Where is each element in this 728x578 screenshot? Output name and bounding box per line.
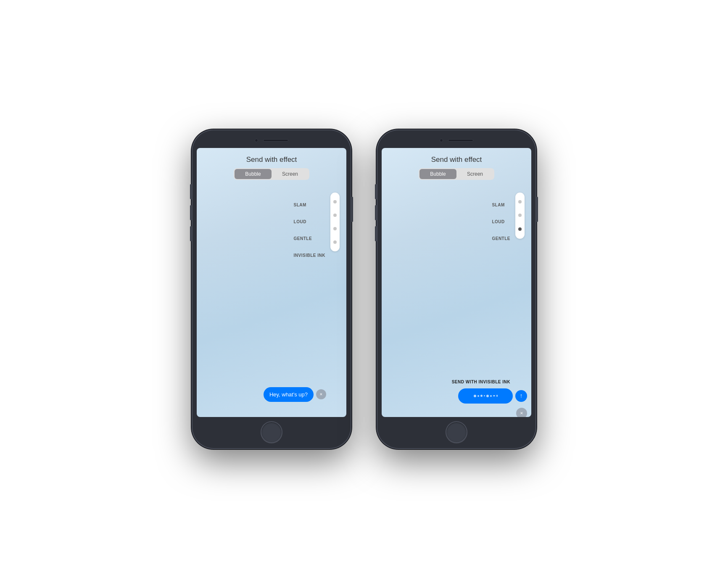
ink-particle-3 xyxy=(480,395,483,397)
effects-area-left: SLAM LOUD GENTLE INVISIBLE INK xyxy=(197,188,346,417)
effect-item-slam-left[interactable]: SLAM xyxy=(294,197,325,214)
segment-control-right[interactable]: Bubble Screen xyxy=(419,168,494,180)
phone-bottom-left xyxy=(197,420,346,444)
effect-item-invisible-left[interactable]: INVISIBLE INK xyxy=(294,247,325,264)
speaker-left xyxy=(263,139,288,142)
effect-item-gentle-left[interactable]: GENTLE xyxy=(294,230,325,247)
bubble-tab-right[interactable]: Bubble xyxy=(419,169,456,179)
effect-item-loud-left[interactable]: LOUD xyxy=(294,214,325,230)
message-text-left: Hey, what's up? xyxy=(264,387,314,402)
phone-device-right: Send with effect Bubble Screen SLAM LOUD… xyxy=(377,129,536,449)
speaker-right xyxy=(448,139,473,142)
effect-label-slam-left: SLAM xyxy=(294,203,306,207)
camera-dot-right xyxy=(440,139,443,142)
phone-top-bar-right xyxy=(382,135,531,146)
bubble-message-left: Hey, what's up? × xyxy=(264,387,326,402)
invisible-ink-label-right: SEND WITH INVISIBLE INK xyxy=(452,380,510,384)
effect-item-gentle-right[interactable]: GENTLE xyxy=(492,230,510,247)
effect-item-loud-right[interactable]: LOUD xyxy=(492,214,510,230)
screen-tab-left[interactable]: Screen xyxy=(272,169,309,179)
ink-particle-2 xyxy=(477,395,479,397)
effect-label-slam-right: SLAM xyxy=(492,203,504,207)
radio-dot-loud-right[interactable] xyxy=(518,214,522,217)
radio-dot-gentle-right[interactable] xyxy=(518,227,522,231)
effect-label-loud-left: LOUD xyxy=(294,219,306,224)
phone-bottom-right xyxy=(382,420,531,444)
home-button-left[interactable] xyxy=(261,421,282,443)
effects-area-right: SLAM LOUD GENTLE SEND xyxy=(382,188,531,417)
ink-particle-6 xyxy=(490,395,492,397)
radio-dot-slam-right[interactable] xyxy=(518,200,522,203)
phone-device-left: Send with effect Bubble Screen SLAM LOUD… xyxy=(192,129,351,449)
ink-particle-7 xyxy=(493,395,495,396)
effect-label-invisible-left: INVISIBLE INK xyxy=(294,253,325,258)
effect-label-gentle-right: GENTLE xyxy=(492,236,510,241)
phone-top-bar-left xyxy=(197,135,346,146)
invisible-ink-bubble-row: ↑ xyxy=(458,388,527,404)
close-button-right[interactable]: × xyxy=(516,408,527,417)
radio-dot-gentle-left[interactable] xyxy=(333,227,337,230)
camera-dot-left xyxy=(255,139,258,142)
screen-tab-right[interactable]: Screen xyxy=(456,169,493,179)
radio-track-left xyxy=(330,193,340,251)
ink-particle-8 xyxy=(496,395,498,397)
radio-dot-invisible-left[interactable] xyxy=(333,240,337,244)
bubble-tab-left[interactable]: Bubble xyxy=(235,169,272,179)
effect-item-slam-right[interactable]: SLAM xyxy=(492,197,510,214)
invisible-ink-bubble xyxy=(458,388,513,404)
ink-particle-1 xyxy=(474,395,476,397)
screen-title-right: Send with effect xyxy=(431,156,482,164)
ink-particle-4 xyxy=(484,395,485,396)
home-button-right[interactable] xyxy=(446,421,467,443)
screen-right: Send with effect Bubble Screen SLAM LOUD… xyxy=(382,148,531,417)
effect-label-gentle-left: GENTLE xyxy=(294,236,312,241)
close-button-left[interactable]: × xyxy=(316,389,326,399)
radio-dot-loud-left[interactable] xyxy=(333,214,337,217)
send-button-right[interactable]: ↑ xyxy=(515,390,527,402)
ink-particles xyxy=(474,395,498,397)
ink-particle-5 xyxy=(486,395,489,397)
screen-left: Send with effect Bubble Screen SLAM LOUD… xyxy=(197,148,346,417)
radio-track-right xyxy=(515,193,525,239)
phone-right: Send with effect Bubble Screen SLAM LOUD… xyxy=(377,129,536,449)
segment-control-left[interactable]: Bubble Screen xyxy=(234,168,309,180)
phone-left: Send with effect Bubble Screen SLAM LOUD… xyxy=(192,129,351,449)
effect-label-loud-right: LOUD xyxy=(492,219,504,224)
screen-title-left: Send with effect xyxy=(246,156,297,164)
radio-dot-slam-left[interactable] xyxy=(333,200,337,203)
